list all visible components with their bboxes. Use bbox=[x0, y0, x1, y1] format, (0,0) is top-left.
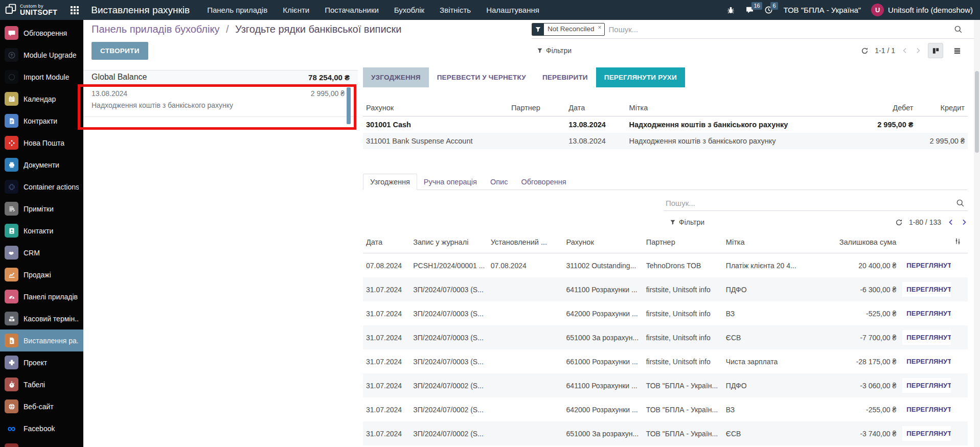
debug-bug-icon[interactable] bbox=[726, 6, 735, 14]
set-to-draft-button[interactable]: ПЕРЕВЕСТИ У ЧЕРНЕТКУ bbox=[429, 67, 534, 87]
create-button[interactable]: СТВОРИТИ bbox=[92, 42, 148, 60]
sidebar-item-project[interactable]: Проект bbox=[0, 351, 83, 373]
lines-column-header-2[interactable]: Установлений ... bbox=[488, 231, 563, 253]
top-menu-item-0[interactable]: Панель приладів bbox=[207, 6, 267, 14]
move-line-row[interactable]: 31.07.2024ЗП/2024/07/0002 (S...651000 За… bbox=[363, 421, 968, 445]
view-line-button[interactable]: ПЕРЕГЛЯНУТИ bbox=[902, 330, 951, 345]
view-line-button[interactable]: ПЕРЕГЛЯНУТИ bbox=[902, 378, 951, 393]
sidebar-item-import-module[interactable]: Import Module bbox=[0, 66, 83, 88]
entry-row[interactable]: 311001 Bank Suspense Account13.08.2024На… bbox=[363, 133, 968, 149]
sidebar-item-documents[interactable]: Документи bbox=[0, 154, 83, 176]
sidebar-item-website[interactable]: Веб-сайт bbox=[0, 395, 83, 417]
tab-discussion[interactable]: Обговорення bbox=[514, 174, 573, 190]
entry-row[interactable]: 301001 Cash13.08.2024Надходження коштів … bbox=[363, 116, 968, 133]
move-line-row[interactable]: 31.07.2024ЗП/2024/07/0003 (S...661000 Ро… bbox=[363, 349, 968, 373]
sidebar-item-invoicing[interactable]: $Виставлення ра... bbox=[0, 330, 83, 351]
refresh-icon[interactable] bbox=[861, 47, 869, 55]
sidebar-item-point-of-sale[interactable]: Касовий термін... bbox=[0, 308, 83, 330]
sidebar-item-contacts[interactable]: Контакти bbox=[0, 220, 83, 242]
view-line-button[interactable]: ПЕРЕГЛЯНУТИ bbox=[902, 354, 951, 369]
sidebar-item-crm[interactable]: CRM bbox=[0, 242, 83, 264]
statement-line-card[interactable]: 13.08.2024 2 995,00 ₴ Надходження коштів… bbox=[83, 84, 358, 117]
sidebar-item-notes[interactable]: Примітки bbox=[0, 198, 83, 220]
card-amount: 2 995,00 ₴ bbox=[311, 89, 345, 98]
top-menu-item-5[interactable]: Налаштування bbox=[486, 6, 539, 14]
lines-column-header-4[interactable]: Партнер bbox=[643, 231, 723, 253]
company-switcher[interactable]: ТОВ "БПЛА - Україна" bbox=[783, 6, 861, 14]
breadcrumb-separator: / bbox=[226, 23, 229, 35]
lines-pager-prev-icon[interactable] bbox=[947, 219, 954, 226]
lines-pager-next-icon[interactable] bbox=[961, 219, 968, 226]
search-bar[interactable]: Not Reconciled × bbox=[532, 20, 980, 39]
search-icon[interactable] bbox=[954, 25, 963, 34]
pager-next-icon[interactable] bbox=[915, 47, 922, 54]
search-facet-not-reconciled[interactable]: Not Reconciled × bbox=[532, 23, 605, 36]
lines-column-header-5[interactable]: Мітка bbox=[723, 231, 809, 253]
sidebar-item-facebook[interactable]: ∞Facebook bbox=[0, 417, 83, 439]
filters-button[interactable]: Фільтри bbox=[537, 46, 572, 55]
pager-prev-icon[interactable] bbox=[901, 47, 908, 54]
tab-manual-operation[interactable]: Ручна операція bbox=[417, 174, 484, 190]
view-moves-button[interactable]: ПЕРЕГЛЯНУТИ РУХИ bbox=[596, 67, 685, 87]
messages-icon[interactable]: 16 bbox=[745, 6, 754, 14]
top-menu-item-2[interactable]: Постачальники bbox=[325, 6, 379, 14]
move-line-row[interactable]: 31.07.2024ЗП/2024/07/0002 (S...642000 Ро… bbox=[363, 397, 968, 421]
activities-clock-icon[interactable]: 6 bbox=[764, 6, 773, 14]
view-line-button[interactable]: ПЕРЕГЛЯНУТИ bbox=[902, 306, 951, 321]
line-cell-matched-date bbox=[488, 277, 563, 301]
move-line-row[interactable]: 31.07.2024ЗП/2024/07/0003 (S...651000 За… bbox=[363, 325, 968, 349]
sidebar-item-label: Касовий термін... bbox=[24, 315, 79, 323]
scrollbar-thumb[interactable] bbox=[975, 71, 979, 153]
view-line-button[interactable]: ПЕРЕГЛЯНУТИ bbox=[902, 282, 951, 297]
lines-column-header-0[interactable]: Дата bbox=[363, 231, 410, 253]
top-menu-item-4[interactable]: Звітність bbox=[440, 6, 471, 14]
sidebar-item-dashboards[interactable]: Панелі приладів bbox=[0, 286, 83, 308]
kanban-view-button[interactable] bbox=[928, 43, 943, 58]
page-scrollbar[interactable] bbox=[974, 20, 980, 447]
sidebar-item-discuss[interactable]: Обговорення bbox=[0, 22, 83, 44]
search-input[interactable] bbox=[609, 25, 950, 34]
list-view-button[interactable] bbox=[949, 43, 965, 58]
lines-filters-button[interactable]: Фільтри bbox=[670, 218, 704, 226]
view-line-button[interactable]: ПЕРЕГЛЯНУТИ bbox=[902, 402, 951, 417]
sidebar-item-contracts[interactable]: Контракти bbox=[0, 110, 83, 132]
app-title[interactable]: Виставлення рахунків bbox=[91, 5, 190, 16]
user-menu[interactable]: U Unitsoft info (demoshow) bbox=[871, 4, 973, 16]
lines-search-bar[interactable] bbox=[664, 196, 968, 211]
lines-column-header-1[interactable]: Запис у журналі bbox=[410, 231, 487, 253]
move-line-row[interactable]: 31.07.2024ЗП/2024/07/0002 (S...641100 Ро… bbox=[363, 373, 968, 397]
view-line-button[interactable]: ПЕРЕГЛЯНУТИ bbox=[902, 258, 951, 273]
brand-logo[interactable]: Custom by UNITSOFT bbox=[5, 4, 57, 17]
view-line-button[interactable]: ПЕРЕГЛЯНУТИ bbox=[902, 426, 951, 441]
sidebar-item-email-marketing[interactable]: електронне на... bbox=[0, 439, 83, 447]
sidebar-item-container-actions[interactable]: Container actions bbox=[0, 176, 83, 198]
sidebar-item-timesheets[interactable]: Табелі bbox=[0, 373, 83, 395]
breadcrumb-parent[interactable]: Панель приладів бухобліку bbox=[92, 23, 219, 35]
top-menu-item-1[interactable]: Клієнти bbox=[283, 6, 309, 14]
card-list-scrollbar[interactable] bbox=[347, 87, 351, 124]
lines-search-icon[interactable] bbox=[956, 199, 965, 207]
tab-description[interactable]: Опис bbox=[484, 174, 514, 190]
reconcile-button[interactable]: УЗГОДЖЕННЯ bbox=[363, 67, 429, 87]
tab-reconcile[interactable]: Узгодження bbox=[363, 174, 417, 190]
facet-remove-icon[interactable]: × bbox=[597, 23, 604, 35]
lines-column-header-6[interactable]: Залишкова сума bbox=[809, 231, 899, 253]
lines-search-input[interactable] bbox=[666, 199, 956, 207]
sidebar-item-calendar[interactable]: Календар bbox=[0, 88, 83, 110]
line-cell-residual-amount: 20 400,00 ₴ bbox=[809, 253, 899, 278]
point-of-sale-icon bbox=[5, 312, 18, 325]
lines-column-header-3[interactable]: Рахунок bbox=[563, 231, 643, 253]
lines-refresh-icon[interactable] bbox=[895, 219, 903, 226]
top-menu-item-3[interactable]: Бухоблік bbox=[394, 6, 424, 14]
apps-menu-icon[interactable] bbox=[71, 6, 79, 14]
optional-columns-icon[interactable] bbox=[951, 231, 968, 253]
sidebar-item-sales[interactable]: Продажі bbox=[0, 264, 83, 286]
move-line-row[interactable]: 31.07.2024ЗП/2024/07/0003 (S...642000 Ро… bbox=[363, 301, 968, 325]
sidebar-item-module-upgrade[interactable]: Module Upgrade bbox=[0, 44, 83, 66]
move-line-row[interactable]: 31.07.2024ЗП/2024/07/0003 (S...641100 Ро… bbox=[363, 277, 968, 301]
sidebar-item-nova-poshta[interactable]: Нова Пошта bbox=[0, 132, 83, 154]
global-balance-band: Global Balance 78 254,00 ₴ bbox=[83, 70, 358, 84]
validate-button[interactable]: ПЕРЕВІРИТИ bbox=[534, 67, 596, 87]
top-navbar: Custom by UNITSOFT Виставлення рахунків … bbox=[0, 0, 980, 20]
move-line-row[interactable]: 07.08.2024PCSH1/2024/00001 ...07.08.2024… bbox=[363, 253, 968, 278]
